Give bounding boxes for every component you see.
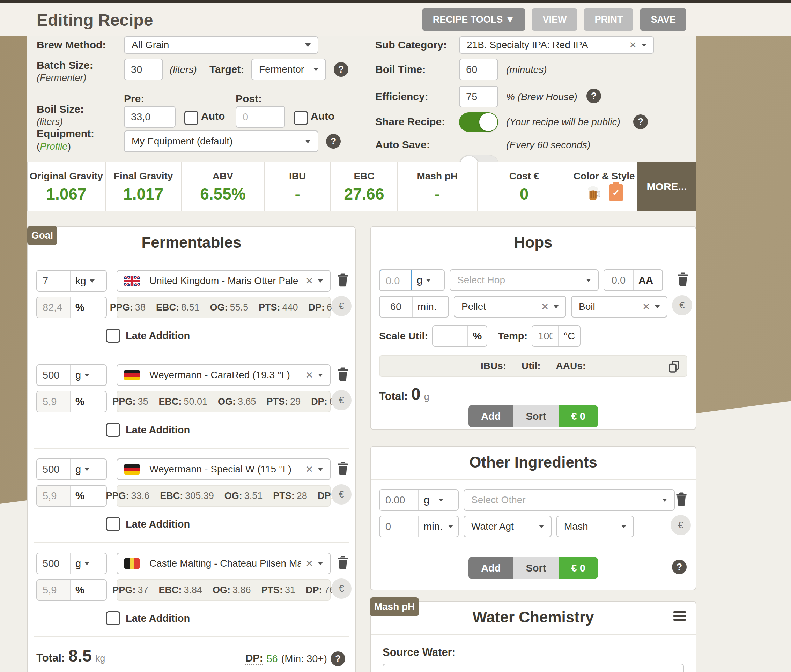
share-help-icon[interactable]: ? [633,114,648,129]
cost-icon[interactable]: € [331,579,351,599]
fermentables-title: Fermentables [28,227,355,260]
caret-down-icon [313,68,318,71]
fermentable-row: kg United Kingdom - Maris Otter Pale (3.… [28,260,355,342]
brew-method-select[interactable]: All Grain [124,36,318,54]
recipe-tools-button[interactable]: RECIPE TOOLS ▼ [422,8,525,31]
other-type-select[interactable]: Water Agt [464,516,552,537]
target-help-icon[interactable]: ? [334,62,348,77]
batch-size-input[interactable] [124,59,163,80]
hop-select[interactable]: Select Hop [449,269,598,291]
equipment-select[interactable]: My Equipment (default) [124,131,318,152]
fermentable-pct-input[interactable] [37,297,71,317]
dp-help-icon[interactable]: ? [331,651,345,666]
sub-category-select[interactable]: 21B. Specialty IPA: Red IPA ✕ [459,36,654,54]
cost-icon[interactable]: € [672,295,692,315]
late-addition-checkbox[interactable] [106,517,120,531]
clear-icon[interactable]: ✕ [305,464,313,475]
boil-time-input[interactable] [459,59,498,80]
caret-down-icon [586,279,591,282]
menu-icon[interactable] [673,611,686,621]
late-addition-checkbox[interactable] [106,329,120,342]
target-select[interactable]: Fermentor [251,59,326,80]
hop-aa-input[interactable] [604,270,634,290]
row-divider [376,548,690,549]
other-help-icon[interactable]: ? [672,560,687,574]
temp-input[interactable] [532,326,558,346]
boil-size-post-input[interactable] [236,106,285,128]
delete-icon[interactable] [335,554,350,570]
efficiency-help-icon[interactable]: ? [586,89,601,103]
add-hop-button[interactable]: Add [469,405,513,427]
delete-icon[interactable] [335,271,350,288]
more-button[interactable]: MORE... [637,162,696,211]
equipment-help-icon[interactable]: ? [326,134,341,149]
other-use-select[interactable]: Mash [557,516,634,537]
ibus-label: IBUs: [481,360,506,371]
add-other-button[interactable]: Add [469,557,513,579]
fermentable-select[interactable]: Castle Malting - Chateau Pilsen Malt (2 … [117,553,331,574]
late-addition-label: Late Addition [126,518,190,530]
boil-size-pre-input[interactable] [124,106,176,128]
mash-ph-badge: Mash pH [370,597,419,616]
scale-util-input[interactable] [433,326,468,346]
source-water-select[interactable] [383,664,684,672]
other-select[interactable]: Select Other [464,489,675,511]
fermentable-unit-select[interactable]: kg [71,271,99,291]
delete-icon[interactable] [335,365,350,382]
copy-icon[interactable] [668,360,680,375]
hops-cost-button[interactable]: € 0 [559,405,598,427]
save-button[interactable]: SAVE [640,8,686,31]
fermentable-select[interactable]: Weyermann - CaraRed (19.3 °L) ✕ [117,364,331,386]
other-qty-input[interactable] [380,490,419,510]
profile-link[interactable]: Profile [40,141,67,152]
fermentable-select[interactable]: Weyermann - Special W (115 °L) ✕ [117,458,331,480]
fermentable-pct-input[interactable] [37,580,71,600]
print-button[interactable]: PRINT [584,8,633,31]
fermentable-qty-input[interactable] [37,271,71,291]
efficiency-input[interactable] [459,86,498,107]
fermentable-unit-select[interactable]: g [71,554,94,574]
late-addition-checkbox[interactable] [106,423,120,437]
other-time-unit-select[interactable]: min. [419,517,458,537]
hop-use-select[interactable]: Boil ✕ [571,296,667,317]
pre-auto-checkbox[interactable] [184,111,198,125]
hop-unit-select[interactable]: g [412,270,436,290]
fermentable-pct-input[interactable] [37,392,71,412]
hop-qty-input[interactable] [379,269,412,291]
sort-hops-button[interactable]: Sort [513,405,559,427]
sort-other-button[interactable]: Sort [513,557,559,579]
fermentable-qty-input[interactable] [37,459,71,479]
clear-icon[interactable]: ✕ [305,558,313,569]
fermentable-select[interactable]: United Kingdom - Maris Otter Pale (3.75 … [117,270,331,292]
clear-icon[interactable]: ✕ [541,301,549,312]
hop-type-select[interactable]: Pellet ✕ [454,296,566,317]
clear-icon[interactable]: ✕ [642,301,650,312]
share-recipe-label: Share Recipe: [375,116,445,128]
share-recipe-toggle[interactable] [459,112,498,132]
clear-icon[interactable]: ✕ [305,276,313,286]
delete-icon[interactable] [674,490,689,507]
late-addition-label: Late Addition [126,613,190,624]
fermentable-qty-input[interactable] [37,554,71,574]
pre-auto-label: Auto [201,110,225,122]
view-button[interactable]: VIEW [532,8,577,31]
hop-time-input[interactable] [380,297,412,317]
delete-icon[interactable] [335,459,350,476]
fermentable-pct-input[interactable] [37,486,71,506]
delete-icon[interactable] [675,270,690,287]
clear-icon[interactable]: ✕ [629,40,637,51]
caret-down-icon [85,468,89,471]
clear-icon[interactable]: ✕ [305,370,313,381]
post-auto-checkbox[interactable] [294,111,308,125]
cost-icon[interactable]: € [671,515,691,535]
other-unit-select[interactable]: g [419,490,448,510]
fermentable-qty-input[interactable] [37,365,71,385]
fermentable-unit-select[interactable]: g [71,365,94,385]
other-cost-button[interactable]: € 0 [559,557,598,579]
cost-icon[interactable]: € [331,296,351,316]
late-addition-checkbox[interactable] [106,611,120,625]
other-time-input[interactable] [380,517,419,537]
fermentable-unit-select[interactable]: g [71,459,94,479]
cost-icon[interactable]: € [331,484,351,504]
cost-icon[interactable]: € [331,390,351,410]
